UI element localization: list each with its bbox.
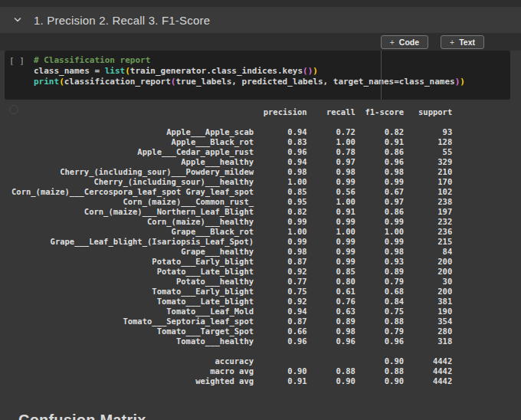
report-row: Corn_(maize)___Common_rust_ 0.95 1.00 0.… <box>11 197 452 207</box>
editor-ruler <box>381 51 382 100</box>
report-blank-row <box>11 117 452 127</box>
report-row: Apple___healthy 0.94 0.97 0.96 329 <box>11 157 452 167</box>
code-token: = <box>94 66 104 76</box>
add-code-label: Code <box>399 38 419 47</box>
add-code-button[interactable]: + Code <box>381 35 428 49</box>
code-token: classification_report <box>64 77 171 87</box>
code-line: class_names = list(train_generator.class… <box>34 66 504 77</box>
report-row: Tomato___Leaf_Mold 0.94 0.63 0.75 190 <box>11 307 452 317</box>
section-header: 1. Precision 2. Recall 3. F1-Score <box>0 7 521 33</box>
code-token: print <box>34 77 59 87</box>
code-token: = <box>394 77 399 87</box>
report-row: Grape___healthy 0.98 0.99 0.98 84 <box>11 247 452 257</box>
code-token: class_names <box>34 66 94 76</box>
code-token: class_names <box>399 77 455 87</box>
code-token: ( <box>303 66 308 76</box>
code-token: list <box>105 66 126 76</box>
report-row: Corn_(maize)___Cercospora_leaf_spot Gray… <box>11 187 452 197</box>
report-row: Cherry_(including_sour)___Powdery_mildew… <box>11 167 452 177</box>
report-row: Apple___Black_rot 0.83 1.00 0.91 128 <box>11 137 452 147</box>
code-token: ( <box>59 77 64 87</box>
report-row: weighted avg 0.91 0.90 0.90 4442 <box>11 376 452 386</box>
plus-icon: + <box>390 38 395 47</box>
code-editor[interactable]: # Classification reportclass_names = lis… <box>34 55 504 87</box>
run-cell-indicator[interactable]: [ ] <box>9 56 32 66</box>
report-row: Tomato___Septoria_leaf_spot 0.87 0.89 0.… <box>11 317 452 326</box>
code-token: ( <box>125 66 130 76</box>
report-row: Corn_(maize)___Northern_Leaf_Blight 0.82… <box>11 207 452 217</box>
report-row: Apple___Apple_scab 0.94 0.72 0.82 93 <box>11 127 452 137</box>
next-section-title: Confusion Matrix <box>18 412 146 420</box>
code-cell: [ ] # Classification reportclass_names =… <box>5 51 510 100</box>
code-token: ) <box>313 66 318 76</box>
report-row: Potato___healthy 0.77 0.80 0.79 30 <box>11 277 452 287</box>
cell-toolbar: + Code + Text <box>0 33 521 51</box>
report-row: Grape___Leaf_blight_(Isariopsis_Leaf_Spo… <box>11 237 452 247</box>
report-row: Corn_(maize)___healthy 0.99 0.99 0.99 23… <box>11 217 452 227</box>
add-text-button[interactable]: + Text <box>441 35 484 49</box>
report-row: macro avg 0.90 0.88 0.88 4442 <box>11 366 452 376</box>
report-row: Potato___Late_blight 0.92 0.85 0.89 200 <box>11 267 452 277</box>
report-row: Apple___Cedar_apple_rust 0.96 0.78 0.86 … <box>11 147 452 157</box>
code-token: train_generator.class_indices.keys <box>130 66 303 76</box>
report-row: Tomato___Late_blight 0.92 0.76 0.84 381 <box>11 297 452 307</box>
code-token: # Classification report <box>34 55 150 65</box>
report-row: Grape___Black_rot 1.00 1.00 1.00 236 <box>11 227 452 237</box>
report-row: Tomato___Early_blight 0.75 0.61 0.68 200 <box>11 287 452 297</box>
code-line: # Classification report <box>34 55 504 66</box>
code-token: ) <box>460 77 465 87</box>
report-row: accuracy 0.90 4442 <box>11 356 452 366</box>
collapse-chevron-icon[interactable] <box>12 15 23 25</box>
section-title: 1. Precision 2. Recall 3. F1-Score <box>34 14 210 27</box>
add-text-label: Text <box>459 38 475 47</box>
report-row: Cherry_(including_sour)___healthy 1.00 0… <box>11 177 452 187</box>
plus-icon: + <box>450 38 454 47</box>
report-blank-row <box>11 346 452 356</box>
report-row: Tomato___healthy 0.96 0.96 0.96 318 <box>11 336 452 346</box>
code-token: true_labels, predicted_labels, target_na… <box>175 77 394 87</box>
classification-report-output: precision recall f1-score support Apple_… <box>11 107 452 386</box>
report-row: Potato___Early_blight 0.87 0.99 0.93 200 <box>11 257 452 267</box>
report-row: Tomato___Target_Spot 0.66 0.98 0.79 280 <box>11 326 452 336</box>
code-line: print(classification_report(true_labels,… <box>34 77 504 87</box>
report-row: precision recall f1-score support <box>11 107 452 117</box>
top-strip <box>0 0 521 7</box>
